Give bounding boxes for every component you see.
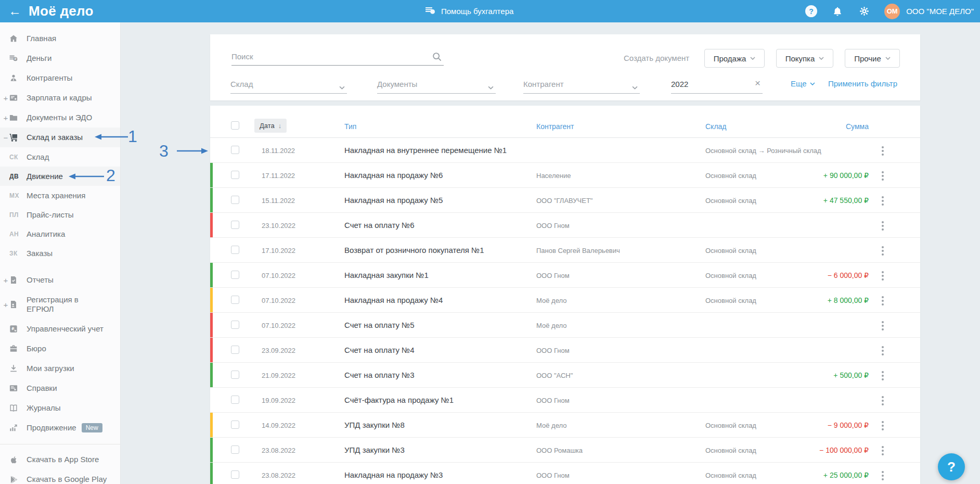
warehouse-filter-select[interactable]: Склад <box>230 75 347 94</box>
settings-gear-icon[interactable] <box>857 5 871 18</box>
column-header-warehouse[interactable]: Склад <box>705 122 727 131</box>
sidebar-item[interactable]: Главная <box>0 29 120 48</box>
row-checkbox[interactable] <box>231 371 239 379</box>
row-checkbox[interactable] <box>231 246 239 254</box>
create-sale-label: Продажа <box>714 54 746 63</box>
table-row[interactable]: 21.09.2022Счет на оплату №3ООО "АСН"+ 50… <box>210 363 920 388</box>
back-arrow-icon[interactable]: ← <box>8 5 21 18</box>
row-checkbox[interactable] <box>231 146 239 154</box>
row-checkbox[interactable] <box>231 196 239 204</box>
table-row[interactable]: 23.08.2022Накладная на продажу №3ООО Гно… <box>210 463 920 484</box>
sort-date-button[interactable]: Дата ↓ <box>254 119 287 133</box>
row-checkbox[interactable] <box>231 296 239 304</box>
sidebar-item-label: Склад <box>27 152 49 162</box>
row-checkbox[interactable] <box>231 346 239 354</box>
create-other-label: Прочие <box>854 54 881 63</box>
sidebar-item[interactable]: Журналы <box>0 398 120 418</box>
year-filter-input[interactable]: 2022 × <box>671 75 763 94</box>
row-menu-button[interactable] <box>879 444 886 457</box>
cell-contragent: ООО Гном <box>536 347 570 354</box>
row-menu-button[interactable] <box>879 370 886 382</box>
sidebar-item-label: Регистрация в ЕГРЮЛ <box>27 295 99 314</box>
table-row[interactable]: 14.09.2022УПД закупки №8Моё делоОсновной… <box>210 413 920 438</box>
select-all-checkbox[interactable] <box>231 121 239 130</box>
table-row[interactable]: 07.10.2022Счет на оплату №5Моё дело <box>210 313 920 338</box>
table-row[interactable]: 07.10.2022Накладная на продажу №4Моё дел… <box>210 288 920 313</box>
documents-filter-select[interactable]: Документы <box>377 75 496 94</box>
sidebar-item[interactable]: ₽Управленческий учет <box>0 319 120 339</box>
table-row[interactable]: 17.11.2022Накладная на продажу №6Населен… <box>210 163 920 188</box>
row-checkbox[interactable] <box>231 445 239 454</box>
row-menu-button[interactable] <box>879 220 886 232</box>
table-row[interactable]: 17.10.2022Возврат от розничного покупате… <box>210 238 920 263</box>
chevron-down-icon <box>750 57 755 60</box>
sidebar-item-label: Журналы <box>27 403 61 413</box>
column-header-contragent[interactable]: Контрагент <box>536 122 574 131</box>
notifications-bell-icon[interactable] <box>831 5 844 18</box>
create-sale-button[interactable]: Продажа <box>704 49 765 68</box>
row-menu-button[interactable] <box>879 145 886 157</box>
column-header-type[interactable]: Тип <box>344 122 356 131</box>
create-purchase-button[interactable]: Покупка <box>776 49 833 68</box>
sidebar-item[interactable]: Справки <box>0 378 120 398</box>
table-row[interactable]: 23.08.2022УПД закупки №3ООО РомашкаОснов… <box>210 438 920 463</box>
help-fab-button[interactable]: ? <box>938 453 965 480</box>
avatar[interactable]: ОМ <box>884 4 900 19</box>
table-row[interactable]: 18.11.2022Накладная на внутреннее переме… <box>210 138 920 163</box>
row-menu-button[interactable] <box>879 195 886 207</box>
apply-filter-link[interactable]: Применить фильтр <box>828 79 897 88</box>
row-menu-button[interactable] <box>879 419 886 432</box>
app-logo[interactable]: Моё дело <box>29 3 94 19</box>
row-checkbox[interactable] <box>231 396 239 404</box>
row-menu-button[interactable] <box>879 170 886 182</box>
table-row[interactable]: 19.09.2022Счёт-фактура на продажу №1ООО … <box>210 388 920 413</box>
row-menu-button[interactable] <box>879 345 886 357</box>
create-other-button[interactable]: Прочие <box>845 49 900 68</box>
row-menu-button[interactable] <box>879 394 886 407</box>
sidebar-subitem[interactable]: АНАналитика <box>0 224 120 244</box>
contragent-filter-select[interactable]: Контрагент <box>523 75 640 94</box>
sidebar-item[interactable]: Контрагенты <box>0 68 120 88</box>
row-checkbox[interactable] <box>231 221 239 229</box>
search-field[interactable] <box>231 48 444 66</box>
sidebar-subitem[interactable]: ПЛПрайс-листы <box>0 205 120 224</box>
column-header-amount[interactable]: Сумма <box>846 122 869 131</box>
sidebar-item[interactable]: +Документы и ЭДО <box>0 108 120 128</box>
sidebar-store-link[interactable]: Скачать в App Store <box>0 450 120 469</box>
sidebar-item[interactable]: +Отчеты <box>0 270 120 290</box>
sidebar-item-label: Заказы <box>27 249 53 258</box>
sidebar-item[interactable]: ₽Деньги <box>0 48 120 68</box>
row-checkbox[interactable] <box>231 470 239 479</box>
sidebar-subitem[interactable]: ЗКЗаказы <box>0 244 120 263</box>
row-checkbox[interactable] <box>231 271 239 279</box>
sidebar-subitem[interactable]: СКСклад <box>0 147 120 167</box>
row-menu-button[interactable] <box>879 245 886 257</box>
sidebar-item[interactable]: +Зарплата и кадры <box>0 88 120 108</box>
sidebar-item[interactable]: ПродвижениеNew <box>0 418 120 438</box>
sidebar-item[interactable]: Бюро <box>0 339 120 359</box>
sidebar-item-label: Бюро <box>27 344 46 353</box>
row-checkbox[interactable] <box>231 171 239 179</box>
sidebar-item[interactable]: Мои загрузки <box>0 359 120 378</box>
sidebar-store-link[interactable]: Скачать в Google Play <box>0 469 120 484</box>
table-row[interactable]: 23.10.2022Счет на оплату №6ООО Гном <box>210 213 920 238</box>
row-menu-button[interactable] <box>879 320 886 332</box>
sidebar-subitem[interactable]: МХМеста хранения <box>0 186 120 205</box>
more-filters-link[interactable]: Еще <box>791 79 815 88</box>
search-icon[interactable] <box>431 51 443 65</box>
company-name[interactable]: ООО "МОЕ ДЕЛО" <box>906 7 974 16</box>
sidebar-item[interactable]: +Регистрация в ЕГРЮЛ <box>0 290 120 319</box>
search-input[interactable] <box>231 48 426 65</box>
table-row[interactable]: 07.10.2022Накладная закупки №1ООО ГномОс… <box>210 263 920 288</box>
row-checkbox[interactable] <box>231 321 239 329</box>
accountant-help-label: Помощь бухгалтера <box>441 7 513 16</box>
row-menu-button[interactable] <box>879 469 886 482</box>
clear-icon[interactable]: × <box>755 78 760 88</box>
table-row[interactable]: 23.09.2022Счет на оплату №4ООО Гном <box>210 338 920 363</box>
help-icon[interactable]: ? <box>804 5 818 18</box>
accountant-help-link[interactable]: Помощь бухгалтера <box>424 0 513 22</box>
row-menu-button[interactable] <box>879 270 886 282</box>
row-checkbox[interactable] <box>231 421 239 429</box>
table-row[interactable]: 15.11.2022Накладная на продажу №5ООО "ГЛ… <box>210 188 920 213</box>
row-menu-button[interactable] <box>879 295 886 307</box>
